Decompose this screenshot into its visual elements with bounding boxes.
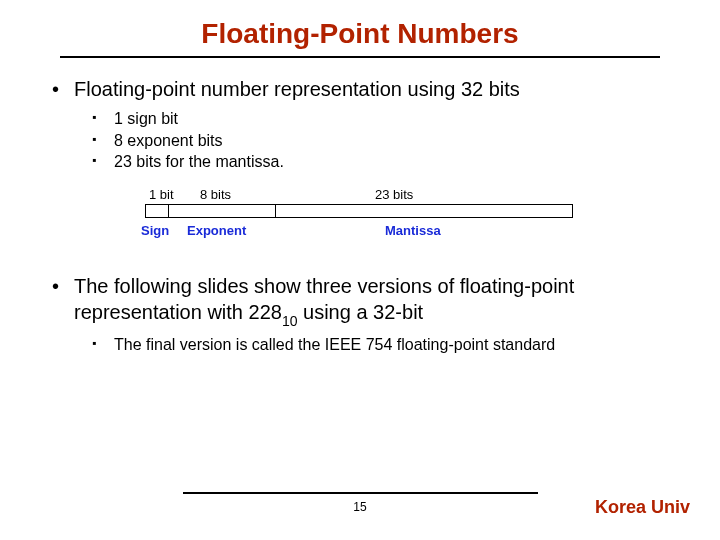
sub-bullet-1a: 1 sign bit	[92, 108, 670, 130]
bullet-main-2-subscript: 10	[282, 313, 298, 329]
content-area: Floating-point number representation usi…	[50, 76, 670, 356]
diagram-bottom-label-mant: Mantissa	[385, 223, 441, 238]
title-rule	[60, 56, 660, 58]
bullet-list-2: The following slides show three versions…	[50, 273, 670, 356]
diagram-top-label-exp: 8 bits	[200, 187, 231, 202]
bullet-main-2-text-b: using a 32-bit	[298, 301, 424, 323]
bullet-main-1: Floating-point number representation usi…	[50, 76, 670, 173]
bit-layout-diagram: 1 bit 8 bits 23 bits Sign Exponent Manti…	[145, 187, 575, 243]
diagram-bottom-label-exp: Exponent	[187, 223, 246, 238]
diagram-bottom-label-sign: Sign	[141, 223, 169, 238]
diagram-box-exp	[168, 204, 276, 218]
sub-bullet-1b: 8 exponent bits	[92, 130, 670, 152]
slide: Floating-Point Numbers Floating-point nu…	[0, 0, 720, 540]
organization-label: Korea Univ	[595, 497, 690, 518]
sub-bullet-1c: 23 bits for the mantissa.	[92, 151, 670, 173]
slide-title: Floating-Point Numbers	[0, 0, 720, 56]
diagram-box-mant	[275, 204, 573, 218]
diagram-top-label-mant: 23 bits	[375, 187, 413, 202]
sublist-1: 1 sign bit 8 exponent bits 23 bits for t…	[74, 108, 670, 173]
bullet-main-1-text: Floating-point number representation usi…	[74, 78, 520, 100]
diagram-box-sign	[145, 204, 169, 218]
sublist-2: The final version is called the IEEE 754…	[74, 334, 670, 356]
bullet-main-2: The following slides show three versions…	[50, 273, 670, 356]
sub-bullet-2a: The final version is called the IEEE 754…	[92, 334, 670, 356]
footer-rule	[183, 492, 538, 494]
bullet-list: Floating-point number representation usi…	[50, 76, 670, 173]
diagram-top-label-sign: 1 bit	[149, 187, 174, 202]
